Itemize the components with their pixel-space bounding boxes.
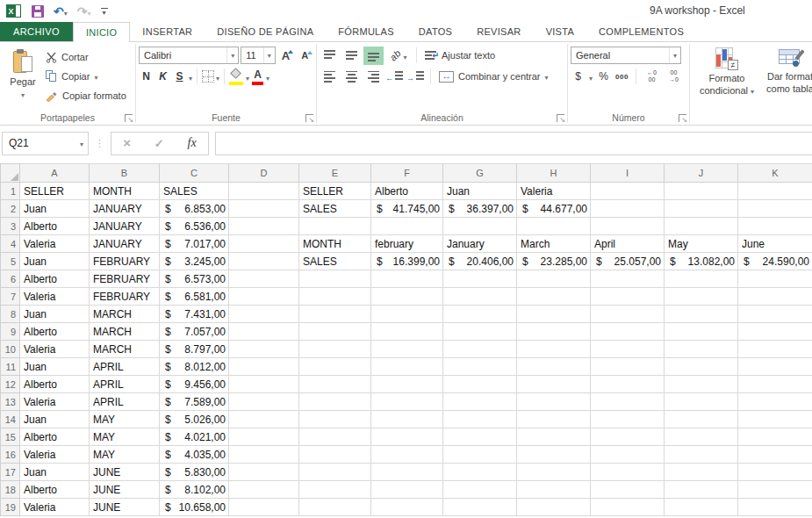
- cell-G14[interactable]: [443, 411, 517, 428]
- cell-B17[interactable]: JUNE: [90, 464, 160, 481]
- cell-B10[interactable]: MARCH: [90, 341, 160, 358]
- cell-A4[interactable]: Valeria: [20, 235, 90, 253]
- column-header-D[interactable]: D: [229, 164, 299, 183]
- undo-caret-icon[interactable]: [64, 4, 68, 18]
- cell-J11[interactable]: [665, 358, 738, 376]
- font-size-caret-icon[interactable]: [263, 47, 275, 63]
- cell-F11[interactable]: [371, 358, 443, 376]
- cell-F9[interactable]: [371, 323, 443, 341]
- cell-K12[interactable]: [738, 376, 812, 393]
- cell-F18[interactable]: [371, 481, 443, 499]
- cell-K17[interactable]: [738, 464, 812, 481]
- cell-G8[interactable]: [443, 306, 517, 323]
- cell-D1[interactable]: [229, 183, 299, 200]
- underline-button[interactable]: S: [172, 68, 187, 85]
- cell-H14[interactable]: [517, 411, 591, 428]
- paste-caret-icon[interactable]: [21, 89, 25, 99]
- cell-I17[interactable]: [591, 464, 665, 481]
- increase-decimal-button[interactable]: ←000: [643, 69, 661, 83]
- cell-C7[interactable]: $6.581,00: [160, 288, 229, 306]
- cell-I13[interactable]: [591, 393, 665, 411]
- cell-A2[interactable]: Juan: [20, 200, 90, 218]
- paste-button[interactable]: Pegar: [3, 45, 43, 105]
- cell-F17[interactable]: [371, 464, 443, 481]
- cell-K7[interactable]: [738, 288, 812, 306]
- cell-B1[interactable]: MONTH: [90, 183, 160, 200]
- cell-F16[interactable]: [371, 446, 443, 464]
- cell-C1[interactable]: SALES: [160, 183, 229, 200]
- cell-E16[interactable]: [299, 446, 371, 464]
- cell-F14[interactable]: [371, 411, 443, 428]
- cell-G11[interactable]: [443, 358, 517, 376]
- row-header-14[interactable]: 14: [1, 411, 20, 428]
- align-center-button[interactable]: [341, 68, 362, 86]
- cell-J18[interactable]: [665, 481, 738, 499]
- cell-D15[interactable]: [229, 428, 299, 446]
- format-painter-button[interactable]: Copiar formato: [43, 86, 129, 105]
- merge-center-caret-icon[interactable]: [545, 71, 549, 82]
- cell-B15[interactable]: MAY: [90, 428, 160, 446]
- cell-F4[interactable]: february: [371, 235, 443, 253]
- row-header-1[interactable]: 1: [1, 183, 20, 200]
- tab-vista[interactable]: VISTA: [534, 22, 586, 41]
- cell-F19[interactable]: [371, 499, 443, 516]
- cell-B11[interactable]: APRIL: [90, 358, 160, 376]
- cell-F13[interactable]: [371, 393, 443, 411]
- cell-G7[interactable]: [443, 288, 517, 306]
- cell-C13[interactable]: $7.589,00: [160, 393, 229, 411]
- cell-C5[interactable]: $3.245,00: [160, 253, 229, 270]
- cell-E17[interactable]: [299, 464, 371, 481]
- cell-E11[interactable]: [299, 358, 371, 376]
- cell-K14[interactable]: [738, 411, 812, 428]
- increase-indent-button[interactable]: [406, 68, 426, 84]
- cell-A19[interactable]: Valeria: [20, 499, 90, 516]
- cell-D6[interactable]: [229, 270, 299, 288]
- percent-format-button[interactable]: %: [596, 68, 611, 85]
- cell-J17[interactable]: [665, 464, 738, 481]
- cell-E3[interactable]: [299, 218, 371, 235]
- save-icon[interactable]: [32, 5, 44, 18]
- column-header-F[interactable]: F: [371, 164, 443, 183]
- borders-caret-icon[interactable]: [216, 68, 219, 84]
- cell-D4[interactable]: [229, 235, 299, 253]
- redo-button[interactable]: ↷: [77, 4, 91, 19]
- cell-F3[interactable]: [371, 218, 443, 235]
- name-box[interactable]: Q21: [2, 132, 89, 155]
- cell-J10[interactable]: [665, 341, 738, 358]
- cell-J5[interactable]: $13.082,00: [665, 253, 738, 270]
- cell-I1[interactable]: [591, 183, 665, 200]
- font-color-caret-icon[interactable]: [266, 68, 269, 84]
- cell-J8[interactable]: [665, 306, 738, 323]
- tab-revisar[interactable]: REVISAR: [464, 22, 533, 41]
- cell-B18[interactable]: JUNE: [90, 481, 160, 499]
- borders-icon[interactable]: [202, 70, 214, 83]
- column-header-B[interactable]: B: [90, 164, 160, 183]
- cell-B2[interactable]: JANUARY: [90, 200, 160, 218]
- merge-center-button[interactable]: Combinar y centrar: [435, 71, 552, 83]
- cell-F7[interactable]: [371, 288, 443, 306]
- cell-D10[interactable]: [229, 341, 299, 358]
- align-top-button[interactable]: [320, 47, 340, 65]
- cancel-icon[interactable]: [123, 135, 131, 151]
- cell-C9[interactable]: $7.057,00: [160, 323, 229, 341]
- cell-B16[interactable]: MAY: [90, 446, 160, 464]
- cell-K11[interactable]: [738, 358, 812, 376]
- row-header-18[interactable]: 18: [1, 481, 20, 499]
- cell-B4[interactable]: JANUARY: [90, 235, 160, 253]
- cell-G2[interactable]: $36.397,00: [443, 200, 517, 218]
- currency-caret-icon[interactable]: [589, 68, 593, 84]
- excel-app-icon[interactable]: X: [6, 4, 22, 18]
- cell-J3[interactable]: [665, 218, 738, 235]
- cell-H7[interactable]: [517, 288, 591, 306]
- cell-H8[interactable]: [517, 306, 591, 323]
- cell-K16[interactable]: [738, 446, 812, 464]
- cell-G15[interactable]: [443, 428, 517, 446]
- cell-I2[interactable]: [591, 200, 665, 218]
- orientation-button[interactable]: ab: [385, 47, 412, 63]
- cell-K9[interactable]: [738, 323, 812, 341]
- row-header-12[interactable]: 12: [1, 376, 20, 393]
- row-header-15[interactable]: 15: [1, 428, 20, 446]
- row-header-2[interactable]: 2: [1, 200, 20, 218]
- cell-B13[interactable]: APRIL: [90, 393, 160, 411]
- row-header-13[interactable]: 13: [1, 393, 20, 411]
